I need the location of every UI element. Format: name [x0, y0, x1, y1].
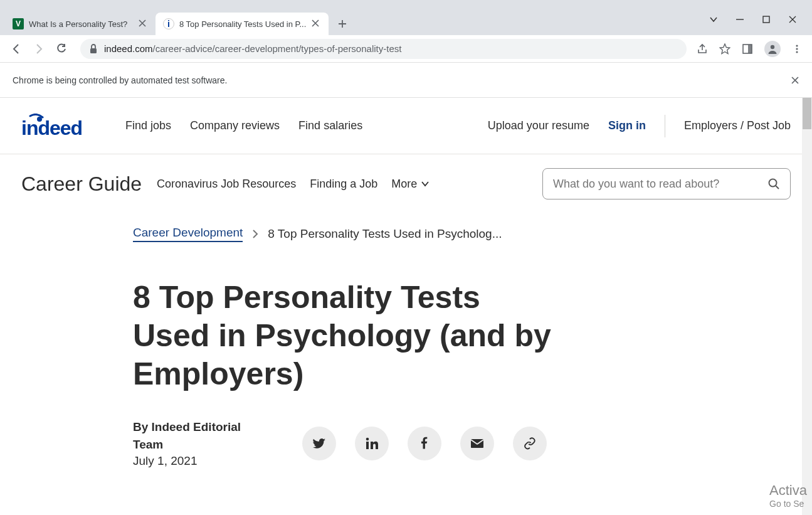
chevron-down-icon[interactable] — [709, 15, 718, 24]
chevron-right-icon — [251, 230, 259, 238]
share-link-icon[interactable] — [513, 427, 547, 460]
upload-resume-link[interactable]: Upload your resume — [488, 119, 589, 132]
tab-inactive[interactable]: V What Is a Personality Test? — [5, 13, 156, 35]
search-box[interactable] — [542, 168, 791, 199]
search-input[interactable] — [553, 178, 761, 191]
new-tab-button[interactable] — [334, 15, 351, 33]
maximize-icon[interactable] — [762, 15, 771, 24]
svg-point-7 — [796, 51, 798, 53]
career-guide-subnav: Career Guide Coronavirus Job Resources F… — [0, 154, 812, 213]
scrollbar-track[interactable] — [802, 98, 812, 515]
forward-button[interactable] — [30, 40, 48, 58]
svg-rect-11 — [366, 442, 369, 449]
breadcrumb-current: 8 Top Personality Tests Used in Psycholo… — [268, 227, 502, 241]
svg-rect-1 — [90, 48, 97, 53]
share-icon[interactable] — [697, 43, 708, 55]
infobar-text: Chrome is being controlled by automated … — [13, 75, 227, 85]
windows-activation-watermark: Activa Go to Se — [769, 482, 807, 509]
subnav-finding-job[interactable]: Finding a Job — [310, 178, 377, 191]
chevron-down-icon — [421, 179, 430, 188]
subnav-coronavirus[interactable]: Coronavirus Job Resources — [157, 178, 296, 191]
nav-find-salaries[interactable]: Find salaries — [298, 119, 362, 132]
site-nav: Find jobs Company reviews Find salaries — [125, 119, 362, 132]
favicon: i — [163, 18, 174, 29]
article: Career Development 8 Top Personality Tes… — [0, 213, 564, 468]
svg-rect-3 — [748, 45, 752, 53]
close-icon[interactable] — [138, 19, 148, 29]
article-title: 8 Top Personality Tests Used in Psycholo… — [133, 279, 564, 393]
minimize-icon[interactable] — [736, 15, 744, 24]
breadcrumb: Career Development 8 Top Personality Tes… — [133, 226, 564, 242]
window-controls — [709, 5, 812, 24]
tab-active[interactable]: i 8 Top Personality Tests Used in P... — [156, 13, 329, 35]
svg-text:indeed: indeed — [21, 117, 82, 139]
share-linkedin-icon[interactable] — [355, 427, 389, 460]
indeed-logo[interactable]: indeed — [21, 114, 104, 139]
url-text: indeed.com/career-advice/career-developm… — [104, 43, 401, 54]
tab-title: What Is a Personality Test? — [29, 19, 133, 29]
back-button[interactable] — [8, 40, 25, 58]
svg-point-10 — [769, 179, 777, 187]
career-guide-title: Career Guide — [21, 173, 142, 196]
author: By Indeed Editorial Team — [133, 418, 258, 453]
share-row — [302, 427, 547, 460]
svg-point-12 — [366, 437, 369, 440]
breadcrumb-parent[interactable]: Career Development — [133, 226, 243, 242]
lock-icon — [89, 44, 98, 54]
share-email-icon[interactable] — [460, 427, 494, 460]
publish-date: July 1, 2021 — [133, 454, 258, 468]
svg-point-6 — [796, 48, 798, 50]
subnav-more[interactable]: More — [391, 178, 430, 191]
employers-link[interactable]: Employers / Post Job — [684, 119, 791, 132]
browser-toolbar: indeed.com/career-advice/career-developm… — [0, 35, 812, 63]
scrollbar-thumb[interactable] — [803, 98, 811, 129]
address-bar[interactable]: indeed.com/career-advice/career-developm… — [80, 39, 687, 59]
nav-company-reviews[interactable]: Company reviews — [190, 119, 280, 132]
bookmark-star-icon[interactable] — [719, 43, 730, 55]
divider — [665, 115, 665, 137]
kebab-menu-icon[interactable] — [792, 44, 802, 54]
close-window-icon[interactable] — [788, 15, 797, 24]
close-icon[interactable] — [791, 76, 799, 85]
reading-list-icon[interactable] — [742, 43, 753, 55]
search-icon[interactable] — [767, 178, 780, 190]
svg-rect-0 — [763, 16, 769, 23]
sign-in-link[interactable]: Sign in — [608, 119, 646, 132]
favicon: V — [13, 18, 24, 29]
close-icon[interactable] — [311, 19, 321, 29]
svg-point-4 — [771, 45, 774, 48]
profile-avatar-icon[interactable] — [764, 41, 781, 57]
site-header: indeed Find jobs Company reviews Find sa… — [0, 98, 812, 154]
page-content: indeed Find jobs Company reviews Find sa… — [0, 98, 812, 515]
automation-infobar: Chrome is being controlled by automated … — [0, 63, 812, 98]
svg-point-5 — [796, 45, 798, 46]
tab-strip: V What Is a Personality Test? i 8 Top Pe… — [0, 5, 812, 35]
share-facebook-icon[interactable] — [408, 427, 441, 460]
nav-find-jobs[interactable]: Find jobs — [125, 119, 171, 132]
byline: By Indeed Editorial Team July 1, 2021 — [133, 418, 258, 468]
tab-title: 8 Top Personality Tests Used in P... — [179, 19, 306, 29]
share-twitter-icon[interactable] — [302, 427, 336, 460]
reload-button[interactable] — [53, 40, 70, 58]
